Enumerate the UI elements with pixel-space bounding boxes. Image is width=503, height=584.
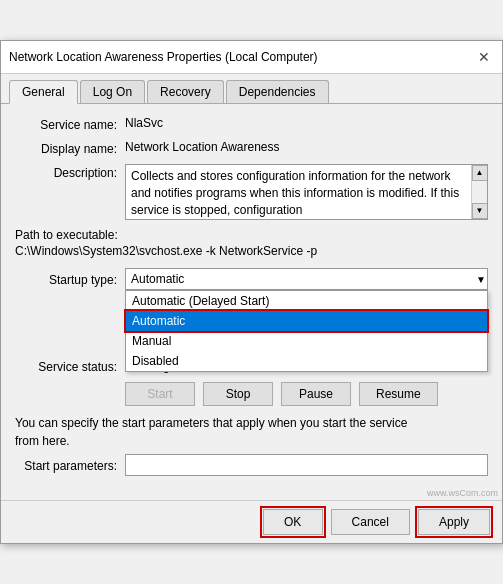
tab-logon[interactable]: Log On xyxy=(80,80,145,103)
start-params-row: Start para​meters: xyxy=(15,454,488,476)
startup-type-menu: Automatic (Delayed Start) Automatic Manu… xyxy=(125,290,488,372)
startup-type-dropdown[interactable]: Automatic xyxy=(125,268,488,290)
title-bar: Network Location Awareness Properties (L… xyxy=(1,41,502,74)
pause-button[interactable]: Pause xyxy=(281,382,351,406)
service-name-row: Service name: NlaSvc xyxy=(15,116,488,132)
startup-type-row: Startup type: Automatic ▼ Automatic (Del… xyxy=(15,268,488,290)
service-name-value: NlaSvc xyxy=(125,116,488,130)
startup-option-automatic[interactable]: Automatic xyxy=(126,311,487,331)
startup-type-label: Startup type: xyxy=(15,271,125,287)
ok-button[interactable]: OK xyxy=(263,509,323,535)
hint-text-line2: from here. xyxy=(15,434,488,448)
path-row: Path to executable: C:\Windows\System32\… xyxy=(15,228,488,258)
service-status-label: Service status: xyxy=(15,358,125,374)
hint-text-line1: You can specify the start parameters tha… xyxy=(15,416,488,430)
start-params-input[interactable] xyxy=(125,454,488,476)
tab-content: Service name: NlaSvc Display name: Netwo… xyxy=(1,104,502,488)
path-value: C:\Windows\System32\svchost.exe -k Netwo… xyxy=(15,244,488,258)
watermark: www.wsCom.com xyxy=(1,488,502,500)
dialog-footer: OK Cancel Apply xyxy=(1,500,502,543)
service-name-label: Service name: xyxy=(15,116,125,132)
resume-button[interactable]: Resume xyxy=(359,382,438,406)
tab-recovery[interactable]: Recovery xyxy=(147,80,224,103)
description-label: Description: xyxy=(15,164,125,180)
path-label: Path to executable: xyxy=(15,228,488,242)
startup-type-dropdown-container: Automatic ▼ xyxy=(125,268,488,290)
startup-option-disabled[interactable]: Disabled xyxy=(126,351,487,371)
close-button[interactable]: ✕ xyxy=(474,47,494,67)
stop-button[interactable]: Stop xyxy=(203,382,273,406)
scroll-up-arrow[interactable]: ▲ xyxy=(472,165,488,181)
description-box: Collects and stores configuration inform… xyxy=(125,164,488,220)
description-text: Collects and stores configuration inform… xyxy=(131,168,482,218)
start-params-label: Start para​meters: xyxy=(15,457,125,473)
startup-option-delayed[interactable]: Automatic (Delayed Start) xyxy=(126,291,487,311)
startup-option-manual[interactable]: Manual xyxy=(126,331,487,351)
window-title: Network Location Awareness Properties (L… xyxy=(9,50,318,64)
display-name-row: Display name: Network Location Awareness xyxy=(15,140,488,156)
tab-bar: General Log On Recovery Dependencies xyxy=(1,74,502,104)
scroll-down-arrow[interactable]: ▼ xyxy=(472,203,488,219)
tab-general[interactable]: General xyxy=(9,80,78,104)
description-row: Description: Collects and stores configu… xyxy=(15,164,488,220)
display-name-value: Network Location Awareness xyxy=(125,140,488,154)
display-name-label: Display name: xyxy=(15,140,125,156)
tab-dependencies[interactable]: Dependencies xyxy=(226,80,329,103)
cancel-button[interactable]: Cancel xyxy=(331,509,410,535)
service-buttons-row: Start Stop Pause Resume xyxy=(15,382,488,406)
description-scrollbar: ▲ ▼ xyxy=(471,165,487,219)
properties-dialog: Network Location Awareness Properties (L… xyxy=(0,40,503,544)
startup-type-dropdown-wrapper: Automatic ▼ Automatic (Delayed Start) Au… xyxy=(125,268,488,290)
start-button[interactable]: Start xyxy=(125,382,195,406)
apply-button[interactable]: Apply xyxy=(418,509,490,535)
